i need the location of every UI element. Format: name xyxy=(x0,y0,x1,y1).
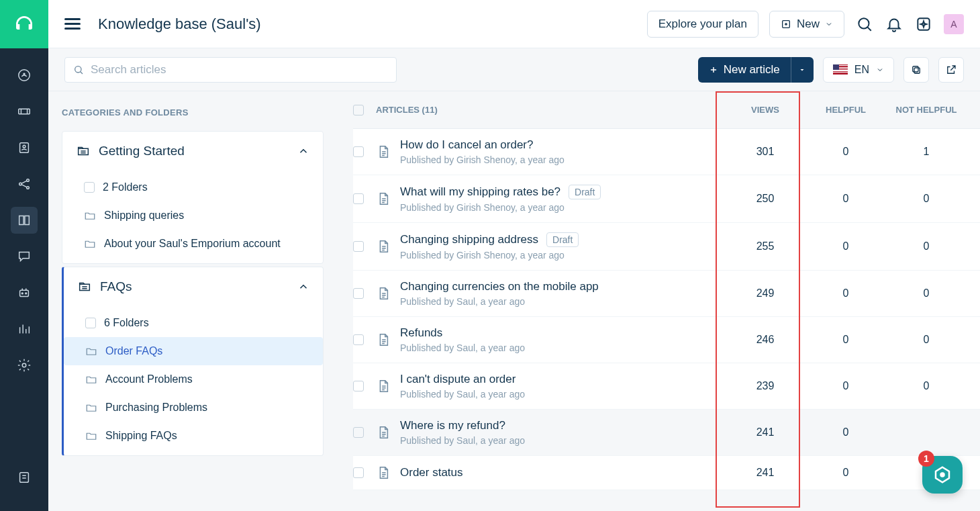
logo[interactable] xyxy=(0,0,48,48)
views-value: 241 xyxy=(725,467,805,479)
row-checkbox[interactable] xyxy=(353,381,364,391)
folder-shipping-queries[interactable]: Shipping queries xyxy=(62,201,323,230)
nav-settings-icon[interactable] xyxy=(11,352,38,379)
category-toggle[interactable]: FAQs xyxy=(64,267,323,306)
folder-shipping-faqs[interactable]: Shipping FAQs xyxy=(64,422,323,450)
svg-point-11 xyxy=(22,363,26,367)
help-fab[interactable]: 1 xyxy=(922,456,963,494)
svg-point-9 xyxy=(21,293,23,294)
article-meta: Published by Saul, a year ago xyxy=(400,435,725,446)
article-meta: Published by Saul, a year ago xyxy=(400,296,725,307)
category-toggle[interactable]: Getting Started xyxy=(62,132,323,171)
svg-rect-8 xyxy=(20,290,29,296)
search-box[interactable] xyxy=(64,57,397,83)
category-title: Getting Started xyxy=(99,144,289,158)
search-input[interactable] xyxy=(91,63,388,77)
nav-tickets-icon[interactable] xyxy=(11,98,38,125)
new-article-label: New article xyxy=(724,63,780,77)
nav-chat-icon[interactable] xyxy=(11,243,38,270)
folder-count-row[interactable]: 6 Folders xyxy=(64,309,323,337)
category-icon xyxy=(77,279,92,294)
article-meta: Published by Girish Shenoy, a year ago xyxy=(400,202,725,213)
search-icon[interactable] xyxy=(855,15,874,34)
row-checkbox[interactable] xyxy=(353,146,364,157)
checkbox[interactable] xyxy=(84,182,95,193)
row-checkbox[interactable] xyxy=(353,467,364,478)
flag-us-icon xyxy=(833,64,848,75)
folder-purchasing-problems[interactable]: Purchasing Problems xyxy=(64,393,323,422)
table-row[interactable]: Where is my refund?Published by Saul, a … xyxy=(353,410,980,456)
document-icon xyxy=(376,191,391,206)
folder-account-problems[interactable]: Account Problems xyxy=(64,365,323,393)
table-row[interactable]: I can't dispute an orderPublished by Sau… xyxy=(353,363,980,410)
page-title: Knowledge base (Saul's) xyxy=(98,15,261,33)
table-row[interactable]: Changing shipping addressDraftPublished … xyxy=(353,223,980,271)
nav-dashboard-icon[interactable] xyxy=(11,62,38,89)
folder-about-account[interactable]: About your Saul's Emporium account xyxy=(62,230,323,258)
folder-icon xyxy=(85,430,97,442)
col-header-views: VIEWS xyxy=(725,105,805,115)
row-checkbox[interactable] xyxy=(353,193,364,204)
row-checkbox[interactable] xyxy=(353,334,364,345)
document-icon xyxy=(376,332,391,347)
nav-rail xyxy=(0,0,48,511)
article-title: I can't dispute an order xyxy=(400,373,516,386)
svg-point-1 xyxy=(23,73,25,75)
folder-order-faqs[interactable]: Order FAQs xyxy=(64,337,323,365)
table-header: ARTICLES (11) VIEWS HELPFUL NOT HELPFUL xyxy=(353,91,980,129)
table-row[interactable]: Changing currencies on the mobile appPub… xyxy=(353,271,980,317)
row-checkbox[interactable] xyxy=(353,241,364,252)
chevron-down-icon xyxy=(876,66,884,74)
categories-header: CATEGORIES AND FOLDERS xyxy=(62,91,324,131)
bell-icon[interactable] xyxy=(885,15,903,34)
avatar[interactable]: A xyxy=(944,14,964,34)
nav-contacts-icon[interactable] xyxy=(11,134,38,161)
svg-point-5 xyxy=(19,183,22,185)
table-row[interactable]: How do I cancel an order?Published by Gi… xyxy=(353,129,980,175)
helpful-value: 0 xyxy=(805,287,886,299)
nav-knowledge-icon[interactable] xyxy=(11,207,38,234)
table-row[interactable]: What will my shipping rates be?DraftPubl… xyxy=(353,175,980,223)
nothelpful-value: 1 xyxy=(886,146,980,158)
explore-plan-button[interactable]: Explore your plan xyxy=(647,11,758,38)
copy-button[interactable] xyxy=(903,57,929,83)
folder-count-row[interactable]: 2 Folders xyxy=(62,173,323,201)
row-checkbox[interactable] xyxy=(353,288,364,299)
views-value: 301 xyxy=(725,146,805,158)
document-icon xyxy=(376,425,391,440)
folder-icon xyxy=(85,345,97,357)
articles-table: ARTICLES (11) VIEWS HELPFUL NOT HELPFUL … xyxy=(324,91,980,511)
checkbox[interactable] xyxy=(85,318,96,328)
folder-count-label: 2 Folders xyxy=(103,181,148,193)
open-external-button[interactable] xyxy=(938,57,964,83)
new-article-dropdown[interactable] xyxy=(791,57,814,83)
nav-bot-icon[interactable] xyxy=(11,279,38,306)
language-selector[interactable]: EN xyxy=(823,57,894,83)
menu-toggle-icon[interactable] xyxy=(64,15,81,32)
article-title: How do I cancel an order? xyxy=(400,138,533,152)
nav-reports-icon[interactable] xyxy=(11,316,38,342)
helpful-value: 0 xyxy=(805,334,886,346)
svg-point-19 xyxy=(940,472,945,477)
language-label: EN xyxy=(854,64,869,76)
nav-notes-icon[interactable] xyxy=(11,464,38,491)
sparkle-icon[interactable] xyxy=(914,15,933,34)
col-header-helpful: HELPFUL xyxy=(805,105,886,115)
views-value: 249 xyxy=(725,287,805,299)
new-article-button[interactable]: New article xyxy=(698,57,791,83)
svg-point-4 xyxy=(23,145,26,148)
folder-label: Shipping FAQs xyxy=(105,430,177,442)
svg-point-16 xyxy=(75,66,81,72)
topbar: Knowledge base (Saul's) Explore your pla… xyxy=(48,0,980,48)
nav-social-icon[interactable] xyxy=(11,171,38,197)
views-value: 246 xyxy=(725,334,805,346)
svg-rect-17 xyxy=(914,68,920,73)
caret-down-icon xyxy=(798,66,806,74)
row-checkbox[interactable] xyxy=(353,427,364,438)
article-meta: Published by Saul, a year ago xyxy=(400,342,725,353)
new-button[interactable]: New xyxy=(769,11,844,38)
table-row[interactable]: RefundsPublished by Saul, a year ago2460… xyxy=(353,317,980,363)
table-row[interactable]: Order status24100 xyxy=(353,456,980,490)
select-all-checkbox[interactable] xyxy=(353,105,364,115)
article-title: What will my shipping rates be? xyxy=(400,185,560,199)
